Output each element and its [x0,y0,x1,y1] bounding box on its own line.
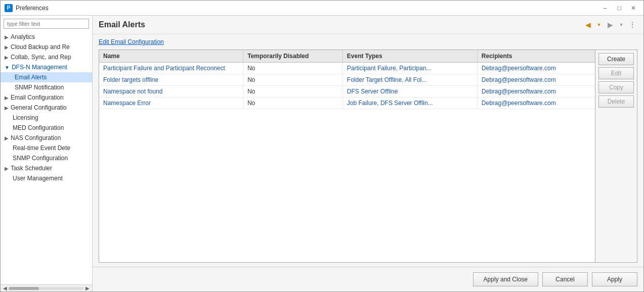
row-disabled: No [243,74,343,86]
page-title: Email Alerts [99,20,145,29]
sidebar-item-realtime-event[interactable]: Real-time Event Dete [1,143,92,153]
table-row[interactable]: Participant Failure and Participant Reco… [99,63,595,74]
expand-arrow-nas: ▶ [5,135,9,141]
edit-button[interactable]: Edit [598,67,634,79]
table-header-row: Name Temporarily Disabled Event Types Re… [99,50,595,63]
sidebar-item-med-configuration[interactable]: MED Configuration [1,123,92,133]
sidebar-item-email-configuration[interactable]: ▶ Email Configuration [1,92,92,103]
expand-arrow-task: ▶ [5,166,9,171]
app-icon: P [5,4,13,12]
forward-button[interactable]: ▶ [605,20,615,30]
forward-dropdown-button[interactable]: ▼ [616,20,626,30]
window-controls: – □ ✕ [599,3,639,13]
row-name: Namespace Error [99,98,243,109]
filter-input[interactable] [4,19,89,29]
footer: Apply and Close Cancel Apply [93,267,643,291]
sidebar-scrollbar[interactable]: ◀ ▶ [1,284,92,291]
more-options-button[interactable]: ⋮ [627,20,637,30]
alerts-table: Name Temporarily Disabled Event Types Re… [99,50,595,109]
row-event-types: Job Failure, DFS Server Offlin... [342,98,477,109]
row-recipients: Debrag@peersoftware.com [477,74,595,86]
row-event-types: Participant Failure, Participan... [342,63,477,74]
table-row[interactable]: Folder targets offline No Folder Target … [99,74,595,86]
sidebar-item-collab-sync[interactable]: ▶ Collab, Sync, and Rep [1,52,92,62]
sidebar-item-snmp-configuration[interactable]: SNMP Configuration [1,153,92,163]
table-area: Name Temporarily Disabled Event Types Re… [99,50,595,262]
row-recipients: Debrag@peersoftware.com [477,86,595,98]
sidebar-item-user-management[interactable]: User Management [1,173,92,183]
row-event-types: DFS Server Offline [342,86,477,98]
expand-arrow-general: ▶ [5,105,9,111]
back-button[interactable]: ◀ [583,20,593,30]
toolbar-icons: ◀ ▼ ▶ ▼ ⋮ [583,20,637,30]
table-container: Name Temporarily Disabled Event Types Re… [99,50,637,263]
sidebar-item-nas-configuration[interactable]: ▶ NAS Configuration [1,133,92,143]
row-disabled: No [243,86,343,98]
main-panel: Email Alerts ◀ ▼ ▶ ▼ ⋮ Edit Email Config… [93,16,643,291]
expand-arrow-analytics: ▶ [5,34,9,40]
maximize-button[interactable]: □ [613,3,625,13]
sidebar-item-snmp-notification[interactable]: SNMP Notification [1,82,92,92]
back-dropdown-button[interactable]: ▼ [594,20,604,30]
expand-arrow-email-config: ▶ [5,95,9,101]
content-area: ▶ Analytics ▶ Cloud Backup and Re ▶ Coll… [1,16,643,291]
create-button[interactable]: Create [598,53,634,65]
sidebar-item-analytics[interactable]: ▶ Analytics [1,32,92,42]
delete-button[interactable]: Delete [598,95,634,108]
sidebar-item-dfs-n-management[interactable]: ▼ DFS-N Management [1,62,92,72]
row-disabled: No [243,98,343,109]
scroll-left-arrow[interactable]: ◀ [2,285,9,292]
row-name: Namespace not found [99,86,243,98]
main-header: Email Alerts ◀ ▼ ▶ ▼ ⋮ [93,16,643,34]
row-recipients: Debrag@peersoftware.com [477,98,595,109]
sidebar-item-task-scheduler[interactable]: ▶ Task Scheduler [1,163,92,173]
col-header-recipients: Recipients [477,50,595,63]
sidebar-tree: ▶ Analytics ▶ Cloud Backup and Re ▶ Coll… [1,32,92,284]
preferences-window: P Preferences – □ ✕ ▶ Analytics ▶ Cloud … [0,0,644,292]
scroll-thumb [9,287,39,290]
sidebar: ▶ Analytics ▶ Cloud Backup and Re ▶ Coll… [1,16,93,291]
expand-arrow-collab: ▶ [5,55,9,60]
table-row[interactable]: Namespace not found No DFS Server Offlin… [99,86,595,98]
col-header-event-types: Event Types [342,50,477,63]
row-disabled: No [243,63,343,74]
row-name: Folder targets offline [99,74,243,86]
main-content: Edit Email Configuration Name Temporaril… [93,34,643,267]
edit-email-config-link[interactable]: Edit Email Configuration [99,38,637,45]
sidebar-item-general-configuration[interactable]: ▶ General Configuratio [1,103,92,113]
sidebar-item-email-alerts[interactable]: Email Alerts [1,72,92,82]
row-event-types: Folder Target Offline, All Fol... [342,74,477,86]
action-buttons: Create Edit Copy Delete [595,50,637,262]
window-title: Preferences [16,5,599,12]
col-header-name: Name [99,50,243,63]
table-row[interactable]: Namespace Error No Job Failure, DFS Serv… [99,98,595,109]
scroll-right-arrow[interactable]: ▶ [84,285,91,292]
col-header-disabled: Temporarily Disabled [243,50,343,63]
copy-button[interactable]: Copy [598,81,634,93]
row-name: Participant Failure and Participant Reco… [99,63,243,74]
title-bar: P Preferences – □ ✕ [1,1,643,16]
cancel-button[interactable]: Cancel [542,272,588,286]
sidebar-item-licensing[interactable]: Licensing [1,113,92,123]
expand-arrow-dfs: ▼ [5,65,10,70]
row-recipients: Debrag@peersoftware.com [477,63,595,74]
sidebar-item-cloud-backup[interactable]: ▶ Cloud Backup and Re [1,42,92,52]
minimize-button[interactable]: – [599,3,611,13]
close-button[interactable]: ✕ [627,3,639,13]
scroll-track [9,287,84,290]
expand-arrow-cloud: ▶ [5,44,9,50]
apply-button[interactable]: Apply [592,272,637,286]
apply-close-button[interactable]: Apply and Close [473,272,538,286]
